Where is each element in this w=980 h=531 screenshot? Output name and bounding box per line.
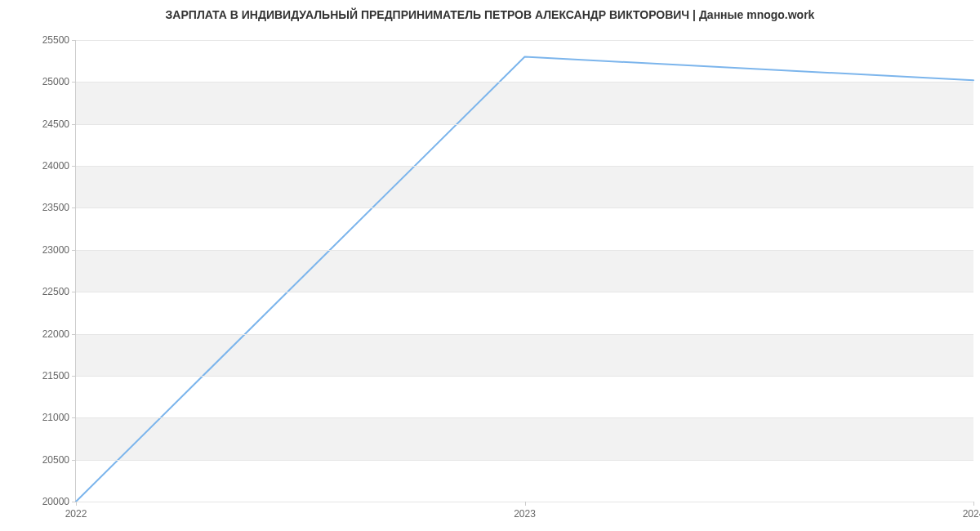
y-tick-label: 24500 bbox=[42, 118, 76, 130]
y-gridline bbox=[76, 166, 973, 167]
y-gridline bbox=[76, 40, 973, 41]
y-gridline bbox=[76, 376, 973, 377]
y-gridline bbox=[76, 207, 973, 208]
x-tick-label: 2024 bbox=[963, 502, 980, 520]
plot-area: 2000020500210002150022000225002300023500… bbox=[75, 40, 973, 502]
y-gridline bbox=[76, 250, 973, 251]
y-tick-label: 22000 bbox=[42, 328, 76, 340]
line-layer bbox=[76, 40, 973, 502]
x-tick-label: 2023 bbox=[514, 502, 536, 520]
x-tick-label: 2022 bbox=[65, 502, 87, 520]
y-tick-label: 25500 bbox=[42, 34, 76, 46]
chart-title: ЗАРПЛАТА В ИНДИВИДУАЛЬНЫЙ ПРЕДПРИНИМАТЕЛ… bbox=[0, 8, 980, 21]
y-gridline bbox=[76, 417, 973, 418]
y-tick-label: 25000 bbox=[42, 76, 76, 87]
y-tick-label: 20500 bbox=[42, 454, 76, 466]
y-gridline bbox=[76, 82, 973, 83]
y-tick-label: 24000 bbox=[42, 160, 76, 172]
y-gridline bbox=[76, 334, 973, 335]
y-tick-label: 21500 bbox=[42, 370, 76, 382]
y-gridline bbox=[76, 124, 973, 125]
y-tick-label: 23000 bbox=[42, 244, 76, 256]
y-tick-label: 22500 bbox=[42, 286, 76, 297]
y-gridline bbox=[76, 292, 973, 292]
y-tick-label: 21000 bbox=[42, 412, 76, 423]
chart-container: ЗАРПЛАТА В ИНДИВИДУАЛЬНЫЙ ПРЕДПРИНИМАТЕЛ… bbox=[0, 0, 980, 531]
y-gridline bbox=[76, 460, 973, 461]
y-tick-label: 23500 bbox=[42, 202, 76, 213]
